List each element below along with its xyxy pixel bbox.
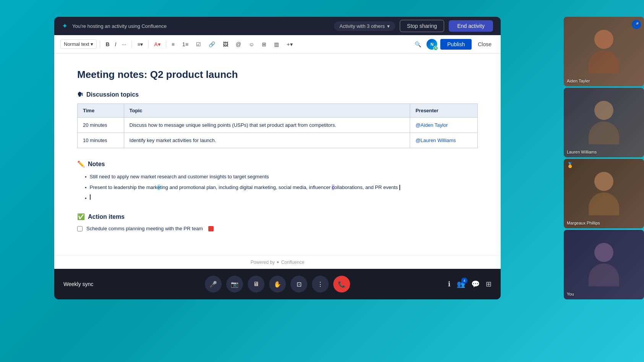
person-head — [594, 172, 613, 191]
close-button[interactable]: Close — [475, 40, 495, 49]
toolbar-divider-1 — [100, 40, 100, 48]
list-item: Present to leadership the marketing and … — [85, 184, 478, 192]
more-icon: ⋮ — [317, 281, 323, 288]
ordered-list-button[interactable]: 1≡ — [180, 40, 191, 49]
camera-icon: 📷 — [231, 281, 238, 288]
action-section: ✅ Action items Schedule comms planning m… — [77, 213, 478, 231]
more-options-button[interactable]: ⋮ — [312, 276, 329, 293]
video-tile-you: You — [564, 230, 644, 299]
person-silhouette — [564, 159, 644, 228]
empty-cursor — [90, 194, 91, 200]
right-panel: 🎤 Aiden Tayler Lauren Williams 🏅 Margeau… — [564, 17, 644, 299]
person-body — [589, 263, 619, 286]
col-presenter: Presenter — [410, 104, 478, 118]
apps-icon: ⊞ — [486, 280, 492, 288]
more-format-button[interactable]: ··· — [119, 40, 128, 49]
table-button[interactable]: ⊞ — [260, 40, 269, 49]
person-head — [594, 30, 613, 49]
end-call-icon: 📞 — [338, 281, 346, 288]
mic-icon: 🎤 — [209, 281, 217, 288]
controls-right: ℹ 👥 4 💬 ⊞ — [448, 280, 492, 288]
end-activity-button[interactable]: End activity — [449, 20, 493, 32]
cursor-flag-icon — [208, 226, 214, 231]
row1-time: 20 minutes — [78, 118, 124, 133]
toolbar-divider-4 — [166, 40, 166, 48]
row1-presenter: @Aiden Taylor — [410, 118, 478, 133]
link-button[interactable]: 🔗 — [206, 40, 217, 49]
info-button[interactable]: ℹ — [448, 280, 451, 288]
mic-icon: 🎤 — [634, 22, 639, 27]
video-tile-margeaux: 🏅 Margeaux Phillips — [564, 159, 644, 228]
people-count-badge: 4 — [461, 278, 467, 284]
task-list-button[interactable]: ☑ — [194, 40, 203, 49]
action-checkbox[interactable] — [77, 226, 83, 231]
camera-button[interactable]: 📷 — [226, 276, 243, 293]
col-topic: Topic — [124, 104, 410, 118]
text-style-label: Normal text — [64, 41, 89, 47]
bold-button[interactable]: B — [103, 40, 112, 49]
mic-indicator: 🎤 — [632, 20, 641, 29]
publish-button[interactable]: Publish — [440, 39, 472, 50]
notes-heading: ✏️ Notes — [77, 160, 478, 168]
row2-presenter: @Lauren Williams — [410, 133, 478, 148]
mention-button[interactable]: @ — [234, 40, 243, 49]
text-style-dropdown[interactable]: Normal text ▾ — [60, 39, 97, 49]
apps-button[interactable]: ⊞ — [486, 280, 492, 288]
avatar-status-badge: N — [433, 46, 438, 50]
row2-topic: Identify key market activities for launc… — [124, 133, 410, 148]
action-item-text: Schedule comms planning meeting with the… — [86, 226, 203, 231]
emoji-button[interactable]: ☺ — [247, 40, 256, 49]
document-content: Meeting notes: Q2 product launch 🗣 Discu… — [54, 53, 501, 255]
end-call-button[interactable]: 📞 — [333, 276, 350, 293]
stop-sharing-button[interactable]: Stop sharing — [400, 20, 444, 32]
text-color-button[interactable]: A▾ — [152, 40, 162, 49]
notes-icon: ✏️ — [77, 160, 85, 168]
participant-name-3: Margeaux Phillips — [567, 221, 600, 225]
more-button[interactable]: +▾ — [284, 40, 295, 49]
mic-button[interactable]: 🎤 — [205, 276, 222, 293]
raise-hand-button[interactable]: ✋ — [269, 276, 286, 293]
person-body — [589, 121, 619, 144]
table-row: 20 minutes Discuss how to message unique… — [78, 118, 478, 133]
person-head — [594, 243, 613, 262]
action-heading: ✅ Action items — [77, 213, 478, 220]
chevron-down-icon: ▾ — [91, 41, 93, 47]
columns-button[interactable]: ▥ — [272, 40, 281, 49]
discussion-table: Time Topic Presenter 20 minutes Discuss … — [77, 103, 478, 148]
pip-icon: ⊡ — [297, 281, 302, 288]
powered-by-text: Powered by — [251, 260, 275, 265]
toolbar: Normal text ▾ B I ··· ≡▾ A▾ ≡ 1≡ ☑ 🔗 🖼 @… — [54, 35, 501, 53]
toolbar-divider-3 — [148, 40, 149, 48]
participant-name-2: Lauren Williams — [567, 150, 597, 154]
hand-icon: ✋ — [274, 281, 281, 288]
discussion-icon: 🗣 — [77, 91, 83, 98]
italic-button[interactable]: I — [113, 40, 119, 49]
video-tile-aiden: 🎤 Aiden Tayler — [564, 17, 644, 86]
notes-list: Still need to apply new market research … — [77, 173, 478, 202]
top-bar: ✦ You're hosting an activity using Confl… — [54, 17, 501, 35]
action-item: Schedule comms planning meeting with the… — [77, 226, 478, 231]
list-item: Still need to apply new market research … — [85, 173, 478, 181]
row1-topic: Discuss how to message unique selling po… — [124, 118, 410, 133]
toolbar-divider-2 — [131, 40, 132, 48]
confluence-brand: ✦ Confluence — [276, 260, 304, 265]
activity-badge[interactable]: Activity with 3 others ▾ — [334, 21, 395, 31]
screen-share-button[interactable]: 🖥 — [248, 276, 264, 293]
confluence-logo-icon: ✦ — [62, 22, 68, 30]
row2-time: 10 minutes — [78, 133, 124, 148]
pip-button[interactable]: ⊡ — [290, 276, 307, 293]
video-tile-lauren: Lauren Williams — [564, 88, 644, 157]
action-heading-text: Action items — [88, 213, 125, 220]
bottom-bar: Weekly sync 🎤 📷 🖥 ✋ ⊡ ⋮ 📞 — [54, 269, 501, 299]
col-time: Time — [78, 104, 124, 118]
person-silhouette — [564, 230, 644, 299]
align-button[interactable]: ≡▾ — [135, 40, 145, 49]
controls-center: 🎤 📷 🖥 ✋ ⊡ ⋮ 📞 — [205, 276, 350, 293]
bullet-list-button[interactable]: ≡ — [169, 40, 177, 49]
discussion-heading-text: Discussion topics — [86, 91, 139, 98]
people-button[interactable]: 👥 4 — [457, 280, 465, 288]
chat-button[interactable]: 💬 — [471, 280, 480, 288]
image-button[interactable]: 🖼 — [221, 40, 230, 49]
emoji-badge: 🏅 — [567, 162, 573, 168]
search-button[interactable]: 🔍 — [412, 40, 423, 49]
